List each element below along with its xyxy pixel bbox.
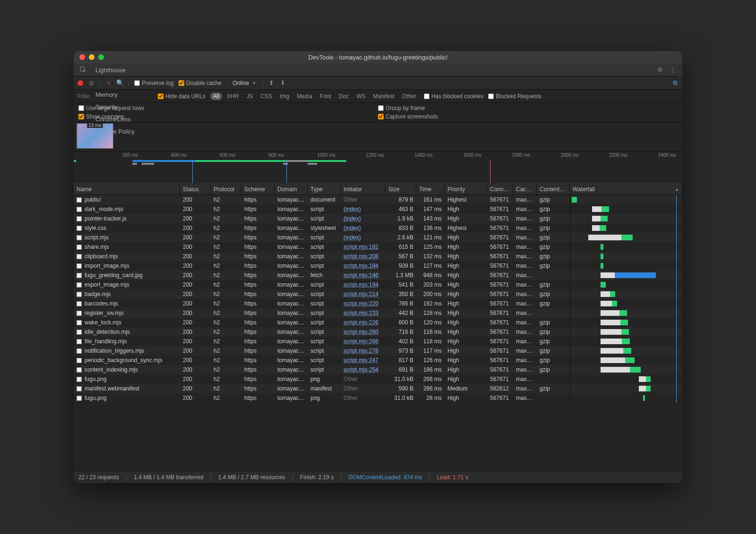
column-header-status[interactable]: Status	[180, 184, 211, 195]
request-row[interactable]: clipboard.mjs200h2httpstomayac…scriptscr…	[74, 252, 682, 261]
filter-type-doc[interactable]: Doc	[336, 93, 352, 100]
request-row[interactable]: public/200h2httpstomayac…documentOther87…	[74, 195, 682, 204]
request-row[interactable]: import_image.mjs200h2httpstomayac…script…	[74, 261, 682, 271]
network-settings-icon[interactable]: ⚙	[672, 80, 679, 86]
cell: public/	[74, 195, 180, 204]
request-row[interactable]: idle_detection.mjs200h2httpstomayac…scri…	[74, 327, 682, 337]
request-row[interactable]: style.css200h2httpstomayac…stylesheet(in…	[74, 223, 682, 233]
capture-screenshots-checkbox[interactable]: Capture screenshots	[378, 113, 678, 120]
show-overview-checkbox[interactable]: Show overview	[78, 113, 378, 120]
request-row[interactable]: pointer-tracker.js200h2httpstomayac…scri…	[74, 214, 682, 223]
record-icon[interactable]	[77, 80, 83, 86]
capture-screenshots-label: Capture screenshots	[386, 113, 438, 120]
cell: tomayac…	[275, 195, 308, 204]
cell: script	[308, 327, 341, 337]
filter-type-js[interactable]: JS	[243, 93, 256, 100]
request-row[interactable]: export_image.mjs200h2httpstomayac…script…	[74, 280, 682, 289]
request-row[interactable]: periodic_background_sync.mjs200h2httpsto…	[74, 356, 682, 365]
cell: script.mjs:266	[341, 337, 386, 346]
request-row[interactable]: fugu_greeting_card.jpg200h2httpstomayac……	[74, 271, 682, 280]
cell: h2	[211, 318, 241, 327]
cell: https	[241, 308, 275, 318]
upload-icon[interactable]: ⬆	[268, 80, 275, 86]
filter-type-css[interactable]: CSS	[258, 93, 275, 100]
column-header-name[interactable]: Name	[74, 184, 180, 195]
cell: 200	[180, 374, 211, 384]
preserve-log-checkbox[interactable]: Preserve log	[134, 80, 173, 86]
cell: https	[241, 346, 275, 356]
group-by-frame-checkbox[interactable]: Group by frame	[378, 105, 678, 111]
cell: 200	[180, 233, 211, 242]
cell: High	[445, 365, 487, 374]
large-rows-checkbox[interactable]: Use large request rows	[78, 105, 378, 111]
download-icon[interactable]: ⬇	[280, 80, 286, 86]
request-row[interactable]: wake_lock.mjs200h2httpstomayac…scriptscr…	[74, 318, 682, 327]
screenshot-thumb[interactable]: 13 ms	[77, 123, 113, 149]
filter-type-media[interactable]: Media	[294, 93, 315, 100]
column-header-time[interactable]: Time	[416, 184, 445, 195]
request-row[interactable]: notification_triggers.mjs200h2httpstomay…	[74, 346, 682, 356]
request-row[interactable]: manifest.webmanifest200h2httpstomayac…ma…	[74, 384, 682, 393]
hide-data-urls-checkbox[interactable]: Hide data URLs	[158, 93, 206, 100]
cell: 116 ms	[416, 327, 445, 337]
cell: 567671	[487, 374, 513, 384]
more-icon[interactable]: ⋮	[669, 67, 676, 73]
clear-icon[interactable]: ⊘	[88, 80, 94, 86]
throttle-select[interactable]: Online▼	[232, 80, 258, 86]
column-header-conne[interactable]: Conne…	[487, 184, 513, 195]
column-header-initiator[interactable]: Initiator	[341, 184, 386, 195]
column-header-domain[interactable]: Domain	[275, 184, 308, 195]
column-header-waterfall[interactable]: Waterfall▲	[570, 184, 682, 195]
filter-type-xhr[interactable]: XHR	[224, 93, 241, 100]
request-row[interactable]: script.mjs200h2httpstomayac…script(index…	[74, 233, 682, 242]
filter-type-manifest[interactable]: Manifest	[370, 93, 397, 100]
cell: gzip	[537, 233, 570, 242]
filter-type-img[interactable]: Img	[277, 93, 292, 100]
request-row[interactable]: share.mjs200h2httpstomayac…scriptscript.…	[74, 242, 682, 252]
request-row[interactable]: register_sw.mjs200h2httpstomayac…scripts…	[74, 308, 682, 318]
request-row[interactable]: dark_mode.mjs200h2httpstomayac…script(in…	[74, 204, 682, 214]
timeline-overview[interactable]: 200 ms400 ms600 ms800 ms1000 ms1200 ms14…	[74, 152, 682, 184]
settings-icon[interactable]: ⚙	[657, 67, 663, 73]
request-row[interactable]: barcodes.mjs200h2httpstomayac…scriptscri…	[74, 299, 682, 308]
cell: script	[308, 346, 341, 356]
has-blocked-cookies-checkbox[interactable]: Has blocked cookies	[424, 93, 483, 100]
filter-type-other[interactable]: Other	[399, 93, 419, 100]
cell: 600 B	[386, 318, 416, 327]
cell: 567671	[487, 318, 513, 327]
filter-type-ws[interactable]: WS	[353, 93, 368, 100]
column-header-cach[interactable]: Cach…	[513, 184, 537, 195]
cell: fugu_greeting_card.jpg	[74, 271, 180, 280]
cell: 192 ms	[416, 299, 445, 308]
request-row[interactable]: badge.mjs200h2httpstomayac…scriptscript.…	[74, 289, 682, 299]
cell: https	[241, 299, 275, 308]
file-icon	[77, 301, 82, 306]
column-header-content[interactable]: Content-…	[537, 184, 570, 195]
filter-input[interactable]	[77, 93, 153, 100]
blocked-requests-checkbox[interactable]: Blocked Requests	[488, 93, 541, 100]
cell: tomayac…	[275, 299, 308, 308]
column-header-size[interactable]: Size	[386, 184, 416, 195]
cell: max-…	[513, 374, 537, 384]
column-header-scheme[interactable]: Scheme	[241, 184, 275, 195]
column-header-protocol[interactable]: Protocol	[211, 184, 241, 195]
disable-cache-checkbox[interactable]: Disable cache	[179, 80, 222, 86]
request-row[interactable]: content_indexing.mjs200h2httpstomayac…sc…	[74, 365, 682, 374]
request-row[interactable]: fugu.png200h2httpstomayac…pngOther31.0 k…	[74, 374, 682, 384]
cell: 200	[180, 252, 211, 261]
cell: gzip	[537, 261, 570, 271]
column-header-priority[interactable]: Priority	[445, 184, 487, 195]
cell: tomayac…	[275, 289, 308, 299]
inspect-icon[interactable]	[79, 66, 87, 74]
filter-type-font[interactable]: Font	[317, 93, 334, 100]
column-header-type[interactable]: Type	[308, 184, 341, 195]
cell: gzip	[537, 356, 570, 365]
search-icon[interactable]: 🔍	[117, 80, 123, 86]
filter-type-all[interactable]: All	[210, 93, 222, 100]
cell: script.mjs:194	[341, 280, 386, 289]
request-row[interactable]: file_handling.mjs200h2httpstomayac…scrip…	[74, 337, 682, 346]
filter-icon[interactable]: ▿	[105, 80, 112, 86]
tab-lighthouse[interactable]: Lighthouse	[91, 64, 140, 76]
request-row[interactable]: fugu.png200h2httpstomayac…pngOther31.0 k…	[74, 393, 682, 403]
cell: 200	[180, 289, 211, 299]
